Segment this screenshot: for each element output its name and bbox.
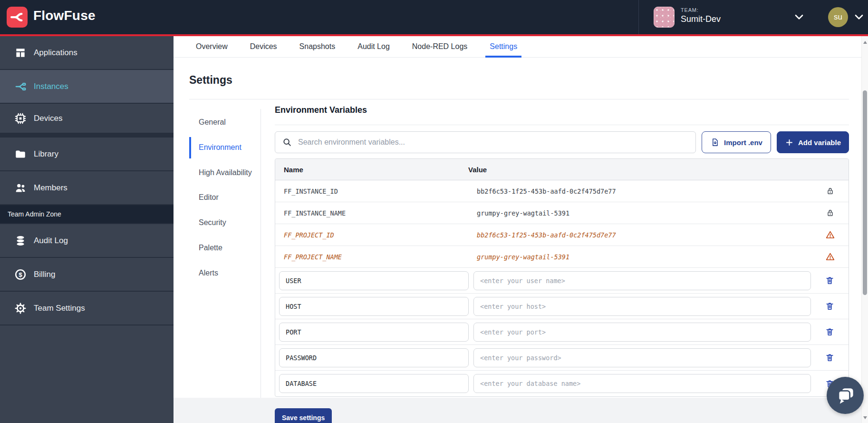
sidebar-item-label: Members — [34, 183, 68, 193]
subnav-item[interactable]: Environment — [189, 135, 260, 160]
library-icon — [14, 148, 27, 160]
env-var-row — [275, 294, 849, 319]
env-var-row: FF_INSTANCE_NAME grumpy-grey-wagtail-539… — [275, 202, 849, 224]
sidebar-item[interactable]: Billing — [0, 258, 174, 292]
sidebar-item-label: Instances — [34, 82, 68, 91]
env-var-name-input[interactable] — [279, 271, 469, 290]
warning-icon — [825, 230, 835, 240]
env-var-name-input[interactable] — [279, 374, 469, 393]
env-var-name-input[interactable] — [279, 297, 469, 316]
team-selector[interactable]: TEAM: Sumit-Dev — [681, 7, 721, 24]
sidebar-item[interactable]: Devices — [0, 104, 174, 138]
sidebar-section-label: Team Admin Zone — [0, 205, 174, 224]
user-menu-chevron-down-icon[interactable] — [853, 11, 865, 23]
table-header-row: Name Value — [275, 159, 849, 180]
env-var-name-input[interactable] — [279, 348, 469, 367]
trash-icon[interactable] — [825, 353, 835, 363]
subnav-divider — [260, 109, 261, 398]
env-variables-table: Name Value FF_INSTANCE_ID bb2f6c53-1f25-… — [275, 158, 849, 397]
trash-icon[interactable] — [825, 327, 835, 337]
subnav-item[interactable]: High Availability — [189, 160, 260, 186]
scroll-up-arrow[interactable] — [863, 41, 867, 44]
sidebar-item[interactable]: Library — [0, 138, 174, 171]
tab[interactable]: Snapshots — [299, 36, 337, 57]
env-var-value: grumpy-grey-wagtail-5391 — [477, 209, 569, 217]
scrollbar-thumb[interactable] — [863, 90, 867, 295]
env-var-value: grumpy-grey-wagtail-5391 — [477, 253, 569, 261]
billing-icon — [14, 268, 27, 281]
applications-icon — [14, 47, 27, 59]
main-content: Settings General Environment High Availa… — [174, 58, 861, 423]
lock-icon — [826, 208, 835, 217]
subnav-item[interactable]: Editor — [189, 185, 260, 210]
env-var-value-input[interactable] — [473, 374, 811, 393]
sidebar-item-label: Team Settings — [34, 304, 85, 313]
env-var-name: FF_PROJECT_NAME — [284, 253, 342, 261]
devices-icon — [14, 112, 27, 125]
brand-name: FlowFuse — [33, 8, 96, 23]
sidebar-item-label: Devices — [34, 114, 62, 123]
sidebar-item[interactable]: Members — [0, 171, 174, 205]
settings-subnav: General Environment High Availability Ed… — [189, 110, 260, 286]
env-var-name: FF_INSTANCE_NAME — [284, 209, 346, 217]
env-var-row: FF_INSTANCE_ID bb2f6c53-1f25-453b-aafd-0… — [275, 180, 849, 202]
env-var-name-input[interactable] — [279, 323, 469, 342]
search-icon — [282, 137, 292, 148]
lock-icon — [826, 187, 835, 196]
scroll-down-arrow[interactable] — [863, 416, 867, 419]
subnav-item[interactable]: Security — [189, 210, 260, 236]
subnav-item[interactable]: Alerts — [189, 261, 260, 286]
search-box — [275, 131, 696, 153]
env-var-name: FF_INSTANCE_ID — [284, 187, 338, 195]
env-controls: Import .env Add variable — [275, 131, 849, 153]
chat-widget-button[interactable] — [827, 377, 864, 414]
members-icon — [14, 182, 27, 194]
sidebar-item[interactable]: Instances — [0, 70, 174, 104]
plus-icon — [785, 138, 794, 147]
section-heading: Environment Variables — [275, 105, 367, 115]
tab[interactable]: Devices — [249, 36, 278, 57]
sidebar-item-label: Library — [34, 149, 58, 159]
env-var-value: bb2f6c53-1f25-453b-aafd-0c2f475d7e77 — [477, 187, 616, 195]
env-var-value-input[interactable] — [473, 348, 811, 367]
sidebar-item[interactable]: Applications — [0, 36, 174, 70]
column-header-value: Value — [468, 166, 487, 174]
import-file-icon — [710, 138, 720, 147]
tab[interactable]: Overview — [195, 36, 229, 57]
flowfuse-logo-icon[interactable] — [7, 7, 28, 28]
subnav-item[interactable]: General — [189, 110, 260, 135]
team-name: Sumit-Dev — [681, 14, 721, 24]
import-env-button[interactable]: Import .env — [702, 131, 771, 153]
sidebar: Applications Instances Devices Library M… — [0, 36, 174, 423]
env-var-value-input[interactable] — [473, 271, 811, 290]
sidebar-item[interactable]: Team Settings — [0, 292, 174, 325]
env-var-row — [275, 319, 849, 345]
env-var-value: bb2f6c53-1f25-453b-aafd-0c2f475d7e77 — [477, 231, 616, 239]
chat-bubbles-icon — [835, 385, 855, 405]
tab[interactable]: Audit Log — [357, 36, 391, 57]
instances-icon — [14, 80, 27, 93]
team-chevron-down-icon[interactable] — [793, 11, 805, 23]
sidebar-item[interactable]: Audit Log — [0, 224, 174, 258]
env-var-row: FF_PROJECT_NAME grumpy-grey-wagtail-5391 — [275, 246, 849, 268]
sidebar-item-label: Applications — [34, 48, 77, 58]
page-scrollbar — [861, 36, 868, 423]
team-avatar[interactable] — [654, 7, 675, 28]
team-label: TEAM: — [681, 7, 721, 13]
env-var-value-input[interactable] — [473, 323, 811, 342]
env-var-row: FF_PROJECT_ID bb2f6c53-1f25-453b-aafd-0c… — [275, 224, 849, 246]
user-avatar[interactable]: su — [828, 7, 848, 27]
instance-tabbar: Overview Devices Snapshots Audit Log Nod… — [174, 36, 861, 58]
trash-icon[interactable] — [825, 301, 835, 311]
env-var-value-input[interactable] — [473, 297, 811, 316]
warning-icon — [825, 252, 835, 262]
tab[interactable]: Settings — [489, 36, 518, 57]
tab[interactable]: Node-RED Logs — [411, 36, 469, 57]
header-divider — [638, 0, 639, 34]
env-var-row — [275, 371, 849, 396]
add-variable-button[interactable]: Add variable — [777, 131, 849, 153]
save-settings-button[interactable]: Save settings — [275, 408, 332, 423]
subnav-item[interactable]: Palette — [189, 236, 260, 261]
trash-icon[interactable] — [825, 275, 835, 285]
search-input[interactable] — [275, 131, 696, 153]
